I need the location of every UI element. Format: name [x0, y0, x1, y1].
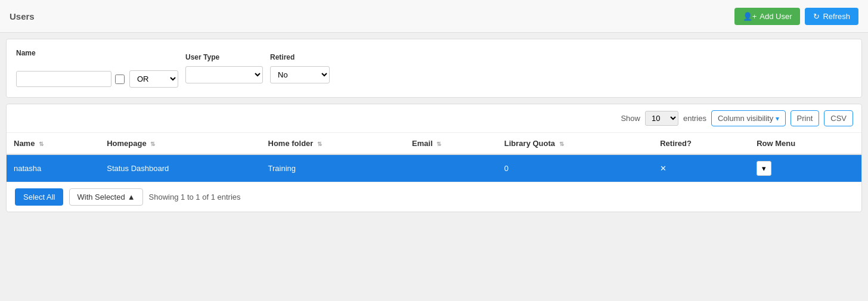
select-all-button[interactable]: Select All: [15, 188, 63, 206]
table-row: natasha Status Dashboard Training 0 ✕ ▾: [7, 154, 861, 182]
name-filter-group: Name OR AND: [16, 49, 178, 88]
table-panel: Show 10 25 50 100 entries Column visibil…: [6, 104, 862, 212]
or-select[interactable]: OR AND: [129, 70, 178, 88]
cell-email: [405, 154, 497, 182]
col-row-menu: Row Menu: [749, 133, 861, 154]
table-header-row: Name ⇅ Homepage ⇅ Home folder ⇅ Email ⇅ …: [7, 133, 861, 154]
filter-row: Name OR AND User Type Retired No Yes All: [16, 49, 852, 88]
entries-label: entries: [683, 114, 706, 123]
retired-label: Retired: [270, 53, 330, 61]
name-checkbox[interactable]: [115, 75, 125, 84]
top-bar: Users 👤+ Add User ↻ Refresh: [0, 0, 868, 33]
column-visibility-button[interactable]: Column visibility ▾: [711, 110, 786, 126]
name-filter-inline: OR AND: [16, 70, 178, 88]
table-controls: Show 10 25 50 100 entries Column visibil…: [7, 104, 861, 133]
col-name: Name ⇅: [7, 133, 100, 154]
cell-name: natasha: [7, 154, 100, 182]
col-homepage: Homepage ⇅: [100, 133, 261, 154]
user-type-select[interactable]: [185, 66, 263, 83]
cell-row-menu: ▾: [749, 154, 861, 182]
top-bar-buttons: 👤+ Add User ↻ Refresh: [734, 8, 858, 25]
cell-retired: ✕: [653, 154, 749, 182]
refresh-icon: ↻: [813, 12, 820, 21]
add-user-icon: 👤+: [743, 12, 757, 21]
entries-select[interactable]: 10 25 50 100: [645, 111, 678, 126]
name-input[interactable]: [16, 71, 111, 87]
users-table: Name ⇅ Homepage ⇅ Home folder ⇅ Email ⇅ …: [7, 133, 861, 182]
cell-homepage: Status Dashboard: [100, 154, 261, 182]
col-email: Email ⇅: [405, 133, 497, 154]
retired-select[interactable]: No Yes All: [270, 66, 330, 83]
col-home-folder: Home folder ⇅: [261, 133, 405, 154]
with-selected-button[interactable]: With Selected ▲: [69, 188, 142, 206]
retired-filter-group: Retired No Yes All: [270, 53, 330, 83]
row-menu-button[interactable]: ▾: [757, 161, 771, 176]
show-label: Show: [621, 114, 640, 123]
print-button[interactable]: Print: [790, 110, 820, 126]
cell-library-quota: 0: [497, 154, 653, 182]
cell-home-folder: Training: [261, 154, 405, 182]
filter-panel: Name OR AND User Type Retired No Yes All: [6, 39, 862, 98]
showing-text: Showing 1 to 1 of 1 entries: [149, 193, 241, 201]
add-user-button[interactable]: 👤+ Add User: [734, 8, 801, 25]
csv-button[interactable]: CSV: [824, 110, 853, 126]
name-filter-label: Name: [16, 49, 178, 57]
col-library-quota: Library Quota ⇅: [497, 133, 653, 154]
user-type-label: User Type: [185, 53, 263, 61]
chevron-up-icon: ▲: [128, 193, 135, 201]
user-type-filter-group: User Type: [185, 53, 263, 83]
refresh-button[interactable]: ↻ Refresh: [805, 8, 858, 25]
table-bottom: Select All With Selected ▲ Showing 1 to …: [7, 182, 861, 212]
page-title: Users: [10, 11, 35, 21]
col-retired: Retired?: [653, 133, 749, 154]
